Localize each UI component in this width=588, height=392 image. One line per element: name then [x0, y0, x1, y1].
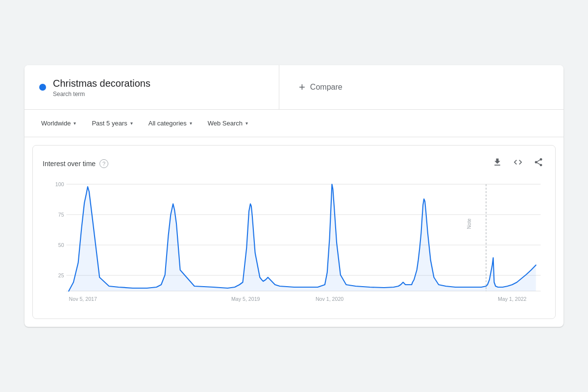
search-header: Christmas decorations Search term + Comp… [24, 65, 564, 110]
note-label: Note [466, 219, 472, 229]
embed-button[interactable] [511, 155, 525, 172]
chart-header: Interest over time ? [33, 155, 555, 179]
trend-chart: 100 75 50 25 Nov 5, 2017 May [43, 179, 545, 307]
chart-title: Interest over time [43, 160, 96, 168]
svg-text:Nov 5, 2017: Nov 5, 2017 [69, 296, 97, 302]
search-type-chevron-icon: ▾ [245, 121, 248, 126]
chart-wrapper: 100 75 50 25 Nov 5, 2017 May [33, 179, 555, 314]
search-type-filter-label: Web Search [208, 120, 243, 127]
svg-text:50: 50 [58, 242, 64, 248]
time-chevron-icon: ▾ [130, 121, 133, 126]
category-filter[interactable]: All categories ▾ [142, 116, 199, 131]
search-term-text: Christmas decorations Search term [53, 77, 150, 98]
trend-fill [69, 184, 536, 291]
location-chevron-icon: ▾ [74, 121, 76, 126]
search-term-dot [39, 84, 46, 91]
svg-text:25: 25 [58, 272, 64, 278]
chart-actions [490, 155, 545, 172]
time-filter[interactable]: Past 5 years ▾ [85, 116, 139, 131]
svg-text:75: 75 [58, 212, 64, 218]
location-filter[interactable]: Worldwide ▾ [34, 116, 83, 131]
time-filter-label: Past 5 years [92, 120, 127, 127]
chart-title-area: Interest over time ? [43, 159, 108, 168]
compare-label: Compare [310, 83, 343, 92]
main-container: Christmas decorations Search term + Comp… [24, 65, 564, 327]
search-type-filter[interactable]: Web Search ▾ [201, 116, 255, 131]
filters-bar: Worldwide ▾ Past 5 years ▾ All categorie… [24, 110, 564, 137]
location-filter-label: Worldwide [41, 120, 71, 127]
search-term-section: Christmas decorations Search term [24, 65, 279, 109]
svg-text:100: 100 [55, 181, 64, 187]
compare-plus-icon: + [299, 81, 305, 94]
svg-text:May 5, 2019: May 5, 2019 [231, 296, 260, 302]
search-term-type: Search term [53, 91, 150, 98]
help-icon[interactable]: ? [99, 159, 108, 168]
category-chevron-icon: ▾ [190, 121, 192, 126]
compare-section[interactable]: + Compare [279, 65, 362, 109]
share-button[interactable] [532, 155, 545, 172]
download-button[interactable] [490, 155, 504, 172]
chart-section: Interest over time ? [32, 145, 556, 319]
search-term-name: Christmas decorations [53, 77, 150, 90]
trend-line [69, 184, 536, 291]
svg-text:May 1, 2022: May 1, 2022 [498, 296, 527, 302]
category-filter-label: All categories [148, 120, 187, 127]
svg-text:Nov 1, 2020: Nov 1, 2020 [316, 296, 343, 302]
